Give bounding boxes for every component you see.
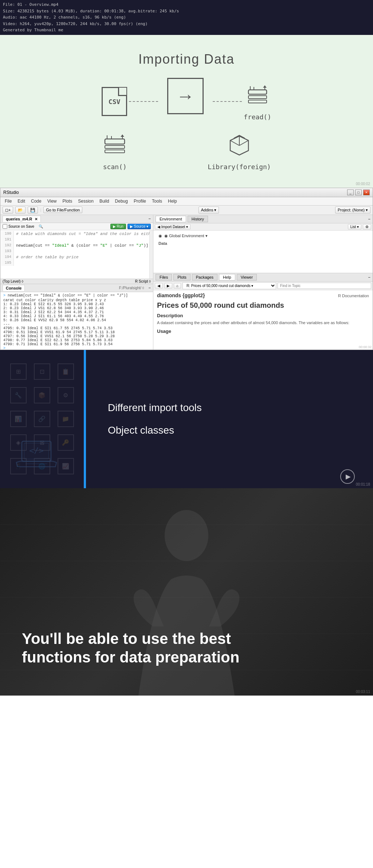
search-icon[interactable]: 🔍 xyxy=(39,224,43,228)
menu-plots[interactable]: Plots xyxy=(60,198,75,204)
tab-plots[interactable]: Plots xyxy=(173,274,190,280)
svg-rect-7 xyxy=(105,139,125,144)
help-description-heading: Description xyxy=(157,313,369,318)
library-label: Library(foreign) xyxy=(208,163,271,171)
svg-marker-13 xyxy=(121,135,124,137)
open-file-button[interactable]: 📂 xyxy=(15,207,25,214)
presenter-watermark: 00:03:11 xyxy=(356,690,370,694)
console-content[interactable]: > newdiam[cut == "Ideal" & (color == "E"… xyxy=(0,292,153,350)
console-line-6: 4: 0.33 Ideal J SI1 61.1 56 403 4.49 4.5… xyxy=(3,314,150,318)
import-arrow: → xyxy=(167,78,204,114)
tab-environment[interactable]: Environment xyxy=(156,216,186,222)
scan-item: scan() xyxy=(102,132,127,171)
editor-tab[interactable]: queries_m4.R ✕ xyxy=(3,216,41,222)
global-env-label: ◉ Global Environment ▾ xyxy=(164,234,208,238)
help-back-button[interactable]: ◀ xyxy=(155,283,163,288)
presenter-heading-line2: functions for data preparation xyxy=(22,649,239,666)
code-line-194: 194 # order the table by price xyxy=(1,254,152,260)
importing-title: Importing Data xyxy=(138,52,235,67)
close-tab-icon[interactable]: ✕ xyxy=(35,217,38,221)
hide-env-icon[interactable]: − xyxy=(368,217,370,221)
svg-rect-8 xyxy=(105,146,125,148)
save-button[interactable]: 💾 xyxy=(28,207,38,214)
help-content: diamonds {ggplot2} R Documentation Price… xyxy=(153,290,373,350)
menu-help[interactable]: Help xyxy=(165,198,180,204)
tab-history[interactable]: History xyxy=(188,216,208,222)
hide-console-icon[interactable]: − xyxy=(149,286,151,290)
console-tab[interactable]: Console xyxy=(3,285,25,291)
menu-view[interactable]: View xyxy=(44,198,60,204)
play-icon[interactable]: ▶ xyxy=(346,473,351,481)
list-view-button[interactable]: List ▾ xyxy=(348,224,361,230)
new-file-button[interactable]: ◻+ xyxy=(3,207,13,214)
dark-slide: ⊞ ⊡ 📋 🔧 📦 ⚙ 📊 🔗 📁 ◈ ⊠ 🔑 📱 🌐 📈 xyxy=(0,350,373,488)
menu-tools[interactable]: Tools xyxy=(149,198,165,204)
console-line-12: 4798: 0.77 Ideal E SI2 62.1 56 2753 5.84… xyxy=(3,338,150,342)
help-home-button[interactable]: ⌂ xyxy=(174,283,181,288)
env-history-tabs: Environment History − xyxy=(153,215,373,223)
svg-rect-2 xyxy=(248,100,267,103)
tab-help[interactable]: Help xyxy=(219,274,235,280)
find-in-topic-input[interactable] xyxy=(278,283,371,289)
editor-pane-header: queries_m4.R ✕ − xyxy=(0,215,153,223)
tab-viewer[interactable]: Viewer xyxy=(237,274,257,280)
library-item: Library(foreign) xyxy=(208,132,271,171)
fread-item: fread() xyxy=(244,83,271,121)
global-environment-selector[interactable]: ◉ ◉ Global Environment ▾ xyxy=(156,232,370,240)
bg-icons-area: ⊞ ⊡ 📋 🔧 📦 ⚙ 📊 🔗 📁 ◈ ⊠ 🔑 📱 🌐 📈 xyxy=(0,350,84,488)
source-button[interactable]: ▶ Source ▾ xyxy=(127,224,151,229)
console-line-4: 2: 0.23 Ideal J VS1 62.8 56 340 3.93 3.9… xyxy=(3,306,150,310)
hide-panel-icon[interactable]: − xyxy=(149,216,151,221)
close-button[interactable]: ✕ xyxy=(363,190,370,195)
main-toolbar: ◻+ 📂 💾 | Go to File/Function Addins ▾ Pr… xyxy=(0,206,373,215)
file-info-line1: File: 01 - Overview.mp4 xyxy=(3,1,370,8)
menu-edit[interactable]: Edit xyxy=(15,198,28,204)
menu-debug[interactable]: Debug xyxy=(112,198,131,204)
menu-file[interactable]: File xyxy=(2,198,15,204)
laptop-icon: </> xyxy=(15,439,58,472)
console-line-13: 4799: 0.71 Ideal E SI1 61.9 56 2756 5.71… xyxy=(3,342,150,346)
editor-content[interactable]: 190 # table with diamonds cut = "Idea" a… xyxy=(0,230,153,279)
source-on-save-label: Source on Save xyxy=(8,224,34,228)
code-line-190: 190 # table with diamonds cut = "Idea" a… xyxy=(1,231,152,237)
source-on-save-check[interactable] xyxy=(3,224,7,229)
env-content: ◉ ◉ Global Environment ▾ Data xyxy=(153,231,373,273)
help-usage-heading: Usage xyxy=(157,329,369,334)
maximize-button[interactable]: □ xyxy=(355,190,362,195)
editor-statusbar: (Top Level) ◊ R Script ◊ xyxy=(0,279,153,284)
project-button[interactable]: Project: (None) ▾ xyxy=(335,207,370,214)
slide1-watermark: 00:00:02 xyxy=(356,182,370,186)
menu-profile[interactable]: Profile xyxy=(131,198,149,204)
svg-rect-9 xyxy=(105,150,125,153)
bg-icon-1: ⊞ xyxy=(10,363,27,380)
menu-session[interactable]: Session xyxy=(75,198,97,204)
svg-rect-0 xyxy=(248,90,267,94)
source-on-save-checkbox[interactable]: Source on Save xyxy=(3,224,34,229)
run-button[interactable]: ▶ Run xyxy=(110,224,126,229)
data-label: Data xyxy=(156,240,370,247)
svg-marker-6 xyxy=(263,85,267,88)
help-topic-dropdown[interactable]: R: Prices of 50,000 round cut diamonds ▾ xyxy=(182,282,276,289)
help-forward-button[interactable]: ▶ xyxy=(164,283,172,288)
global-env-icon: ◉ xyxy=(158,234,162,238)
menu-code[interactable]: Code xyxy=(28,198,44,204)
rstudio-window: RStudio _ □ ✕ File Edit Code View Plots … xyxy=(0,188,373,350)
import-dataset-button[interactable]: ◀ Import Dataset ▾ xyxy=(155,224,191,230)
env-options-button[interactable]: ⚙ xyxy=(363,224,371,230)
editor-scrollbar[interactable] xyxy=(149,230,153,279)
file-info-line2: Size: 4238215 bytes (4.03 MiB), duration… xyxy=(3,8,370,15)
hide-help-icon[interactable]: − xyxy=(368,275,370,279)
svg-text:</>: </> xyxy=(29,446,44,455)
menu-build[interactable]: Build xyxy=(97,198,112,204)
presenter-heading-line1: You'll be able to use the best xyxy=(22,630,231,647)
bg-icon-8: 🔗 xyxy=(34,411,50,427)
bg-icon-15: 📈 xyxy=(58,458,74,474)
editor-pane: queries_m4.R ✕ − Source on Save 🔍 xyxy=(0,215,153,284)
tab-files[interactable]: Files xyxy=(156,274,172,280)
go-to-file-button[interactable]: Go to File/Function xyxy=(43,207,82,213)
addins-button[interactable]: Addins ▾ xyxy=(199,207,219,214)
console-line-7: 5: 0.26 Ideal E VVS2 62.9 58 554 4.02 4.… xyxy=(3,318,150,322)
minimize-button[interactable]: _ xyxy=(347,190,354,195)
presenter-slide: You'll be able to use the best functions… xyxy=(0,488,373,696)
tab-packages[interactable]: Packages xyxy=(192,274,217,280)
